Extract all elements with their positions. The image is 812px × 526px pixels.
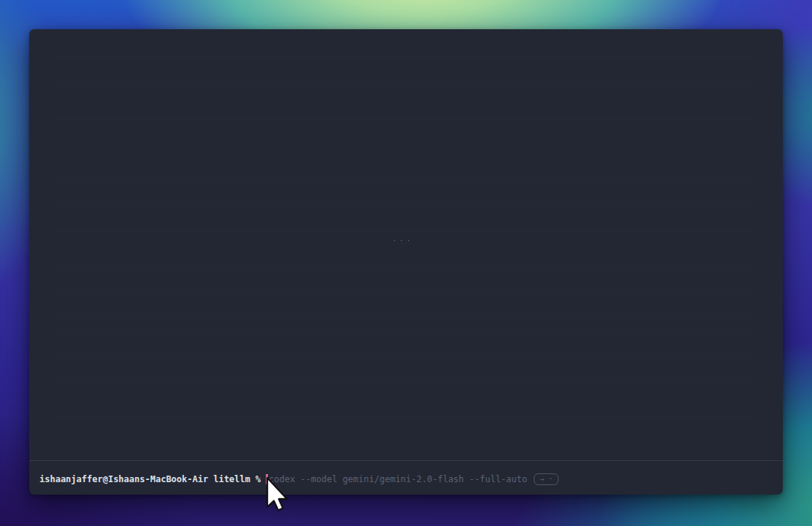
loading-ellipsis: ··· [392,236,413,245]
shell-prompt-input[interactable]: ishaanjaffer@Ishaans-MacBook-Airlitellm%… [39,473,773,485]
accept-suggestion-hint-badge: → · [534,473,559,485]
autosuggest-command: codex --model gemini/gemini-2.0-flash --… [269,473,527,485]
prompt-directory: litellm [213,473,250,485]
desktop-wallpaper: ··· ishaanjaffer@Ishaans-MacBook-Airlite… [0,0,812,526]
text-caret [266,474,268,484]
prompt-divider-line [29,460,783,461]
prompt-symbol: % [256,473,261,485]
terminal-window[interactable]: ··· ishaanjaffer@Ishaans-MacBook-Airlite… [29,29,783,495]
prompt-user-host: ishaanjaffer@Ishaans-MacBook-Air [39,473,208,485]
